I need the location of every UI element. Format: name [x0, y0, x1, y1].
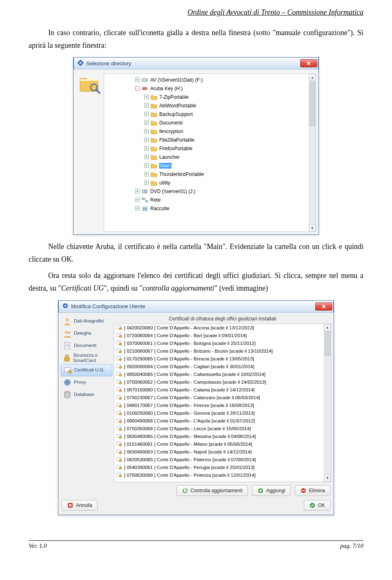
- scrollbar-vertical[interactable]: ▲ ▼: [324, 324, 331, 482]
- elimina-button[interactable]: Elimina: [295, 485, 330, 496]
- sidebar-item[interactable]: Documenti: [61, 340, 112, 352]
- tree-item[interactable]: +DVD (\\server01) (J:): [107, 187, 316, 196]
- tree-item[interactable]: +Documenti: [107, 118, 316, 127]
- folder-search-icon: [78, 73, 101, 95]
- certificate-row[interactable]: [ 0920090064 ] Corte D'Appello - Cagliar…: [114, 363, 331, 371]
- scroll-thumb[interactable]: [310, 81, 315, 126]
- tree-item[interactable]: +Rete: [107, 196, 316, 204]
- cert-icon: [116, 364, 122, 369]
- tree-item[interactable]: +ThunderbirdPortable: [107, 170, 316, 178]
- expand-icon[interactable]: +: [144, 129, 149, 133]
- expand-icon[interactable]: +: [144, 180, 149, 185]
- certificate-row[interactable]: [ 0870150060 ] Corte D'Appello - Catania…: [114, 386, 331, 394]
- tree-item[interactable]: +utility: [107, 178, 316, 187]
- certificate-list[interactable]: [ 0420020060 ] Corte D'Appello - Ancona …: [114, 324, 331, 482]
- scroll-down[interactable]: ▼: [324, 475, 331, 482]
- sidebar-item[interactable]: Database: [61, 389, 112, 401]
- expand-icon[interactable]: -: [135, 86, 140, 91]
- titlebar[interactable]: Selezione directory: [74, 57, 318, 69]
- titlebar[interactable]: Modifica Configurazione Utente: [58, 300, 334, 313]
- expand-icon[interactable]: +: [144, 95, 149, 99]
- sidebar-item[interactable]: Certificati U.G.: [61, 364, 112, 376]
- certificate-row[interactable]: [ 0760630068 ] Corte D'Appello - Potenza…: [114, 471, 331, 479]
- tree-item[interactable]: +fencryption: [107, 127, 316, 136]
- certificate-row[interactable]: [ 0750350068 ] Corte D'Appello - Lecce […: [114, 425, 331, 433]
- cert-label: [ 0790230067 ] Corte D'Appello - Catanza…: [124, 395, 260, 400]
- expand-icon[interactable]: +: [144, 155, 149, 159]
- tree-item[interactable]: -Aruba Key (H:): [107, 84, 316, 93]
- scroll-up[interactable]: ▲: [324, 324, 331, 331]
- tree-label: Main: [159, 163, 172, 169]
- expand-icon[interactable]: +: [135, 189, 140, 193]
- certificate-row[interactable]: [ 0480170067 ] Corte D'Appello - Firenze…: [114, 402, 331, 409]
- close-button[interactable]: [300, 59, 317, 67]
- certificate-row[interactable]: [ 0830480065 ] Corte D'Appello - Messina…: [114, 433, 331, 440]
- tree-item[interactable]: +AV (\\Server01\Dati) (F:): [107, 76, 316, 84]
- scroll-up[interactable]: ▲: [309, 74, 316, 81]
- svg-point-30: [68, 370, 71, 373]
- svg-rect-16: [146, 200, 148, 202]
- aggiungi-button[interactable]: Aggiungi: [252, 485, 291, 496]
- paragraph-3: Ora resta solo da aggiornare l'elenco de…: [29, 269, 363, 294]
- usb-icon: [141, 85, 149, 92]
- expand-icon[interactable]: +: [144, 138, 149, 142]
- sidebar-item[interactable]: Dati Anagrafici: [61, 315, 112, 327]
- tree-item[interactable]: +BackupSupport: [107, 110, 316, 118]
- annulla-button[interactable]: Annulla: [62, 500, 98, 511]
- certificate-row[interactable]: [ 0660490066 ] Corte D'Appello - L'Aquil…: [114, 417, 331, 425]
- svg-point-58: [119, 420, 122, 423]
- tree-item[interactable]: +AbiWordPortable: [107, 101, 316, 110]
- cert-icon: [116, 395, 122, 400]
- directory-tree[interactable]: +AV (\\Server01\Dati) (F:)-Aruba Key (H:…: [104, 73, 316, 232]
- certificate-row[interactable]: [ 0850040065 ] Corte D'Appello - Caltani…: [114, 371, 331, 378]
- ok-button[interactable]: OK: [304, 500, 330, 511]
- certificate-row[interactable]: [ 0630490063 ] Corte D'Appello - Napoli …: [114, 448, 331, 456]
- expand-icon[interactable]: +: [144, 146, 149, 151]
- cert-icon: [116, 410, 122, 416]
- expand-icon[interactable]: +: [144, 120, 149, 125]
- certificate-row[interactable]: [ 0820530065 ] Corte D'Appello - Palermo…: [114, 456, 331, 464]
- certificate-row[interactable]: [ 0420020060 ] Corte D'Appello - Ancona …: [114, 324, 331, 332]
- cert-label: [ 0630490063 ] Corte D'Appello - Napoli …: [124, 449, 252, 454]
- sidebar-label: Sicurezza e SmartCard: [73, 353, 111, 363]
- certificate-row[interactable]: [ 0720060064 ] Corte D'Appello - Bari [s…: [114, 332, 331, 340]
- certificate-row[interactable]: [ 0700060062 ] Corte D'Appello - Campoba…: [114, 378, 331, 386]
- scroll-down[interactable]: ▼: [309, 224, 316, 231]
- controlla-aggiornamenti-button[interactable]: Controlla aggiornamenti: [176, 485, 248, 496]
- expand-icon[interactable]: +: [144, 112, 149, 116]
- tree-item[interactable]: +FileZillaPortable: [107, 136, 316, 144]
- certificate-row[interactable]: [ 0151460061 ] Corte D'Appello - Milano …: [114, 440, 331, 448]
- svg-rect-17: [143, 207, 147, 209]
- expand-icon[interactable]: +: [135, 78, 140, 82]
- certificate-row[interactable]: [ 0210080067 ] Corte D'Appello - Bolzano…: [114, 347, 331, 355]
- tree-item[interactable]: +FirefoxPortable: [107, 144, 316, 153]
- dialog-title: Modifica Configurazione Utente: [71, 303, 315, 309]
- sidebar-item[interactable]: Deleghe: [61, 327, 112, 340]
- folder-icon: [150, 94, 158, 100]
- certificate-row[interactable]: [ 0790230067 ] Corte D'Appello - Catanza…: [114, 394, 331, 402]
- certificate-row[interactable]: [ 0370060061 ] Corte D'Appello - Bologna…: [114, 340, 331, 347]
- refresh-icon: [182, 487, 188, 494]
- expand-icon[interactable]: +: [135, 198, 140, 202]
- certificate-row[interactable]: [ 0170290065 ] Corte D'Appello - Brescia…: [114, 355, 331, 363]
- tree-item[interactable]: +Main: [107, 161, 316, 170]
- expand-icon[interactable]: +: [135, 206, 140, 211]
- tree-item[interactable]: +7-ZipPortable: [107, 93, 316, 101]
- certificate-row[interactable]: [ 0100250060 ] Corte D'Appello - Genova …: [114, 409, 331, 417]
- close-button[interactable]: [315, 302, 332, 311]
- scrollbar-vertical[interactable]: ▲ ▼: [309, 74, 316, 231]
- expand-icon[interactable]: +: [144, 163, 149, 168]
- expand-icon[interactable]: +: [144, 103, 149, 108]
- cert-label: [ 0480170067 ] Corte D'Appello - Firenze…: [124, 403, 254, 408]
- tree-item[interactable]: +Raccolte: [107, 204, 316, 213]
- cert-label: [ 0720060064 ] Corte D'Appello - Bari [s…: [124, 333, 247, 338]
- tree-label: AV (\\Server01\Dati) (F:): [150, 77, 203, 83]
- tree-item[interactable]: +Launcher: [107, 153, 316, 161]
- sidebar-item[interactable]: Proxy: [61, 376, 112, 389]
- expand-icon[interactable]: +: [144, 172, 149, 176]
- scroll-thumb[interactable]: [325, 331, 330, 356]
- sidebar-item[interactable]: Sicurezza e SmartCard: [61, 352, 112, 364]
- folder-icon: [150, 120, 158, 126]
- dialog-selezione-directory: Selezione directory +AV (\\Server01\Dati…: [73, 57, 319, 235]
- certificate-row[interactable]: [ 0540390061 ] Corte D'Appello - Perugia…: [114, 464, 331, 471]
